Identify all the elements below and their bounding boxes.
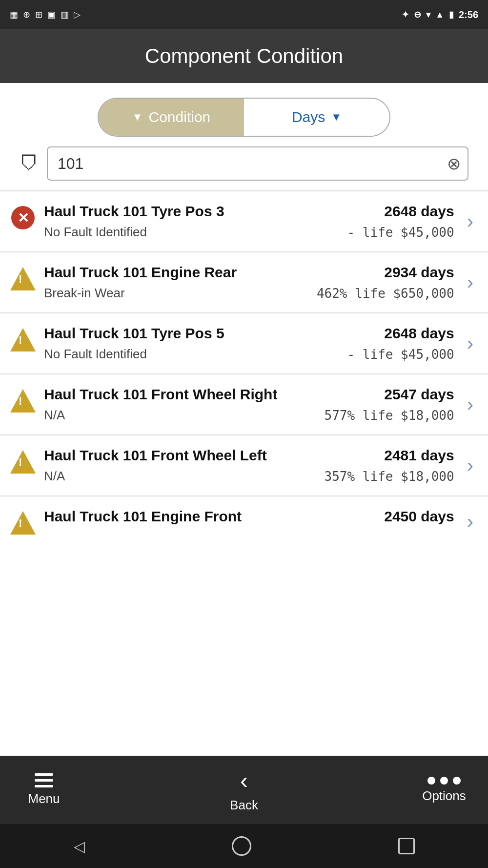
filter-row: ⛉ ⊗ <box>20 146 468 181</box>
item-icon-col <box>10 508 36 535</box>
bottom-nav: Menu ‹ Back Options <box>0 756 488 824</box>
item-sub-row: N/A 577% life $18,000 <box>44 408 454 423</box>
options-button[interactable]: Options <box>420 777 468 804</box>
options-icon <box>427 777 461 785</box>
item-main-row: Haul Truck 101 Tyre Pos 3 2648 days <box>44 203 454 220</box>
bluetooth-icon: ✦ <box>402 9 409 20</box>
item-icon-col <box>10 386 36 423</box>
back-button[interactable]: ‹ Back <box>220 767 268 813</box>
item-fault: N/A <box>44 408 65 423</box>
item-fault: N/A <box>44 469 65 484</box>
item-sub-row: N/A 357% life $18,000 <box>44 469 454 484</box>
page-title: Component Condition <box>145 44 343 68</box>
controls-area: ▼ Condition Days ▼ ⛉ ⊗ <box>0 83 488 190</box>
item-fault: No Fault Identified <box>44 225 147 240</box>
signal-icon: ⊖ <box>414 9 421 20</box>
item-sub-row: Break-in Wear 462% life $650,000 <box>44 286 454 301</box>
days-toggle-btn[interactable]: Days ▼ <box>244 99 389 136</box>
search-input[interactable] <box>47 146 468 181</box>
item-main-row: Haul Truck 101 Tyre Pos 5 2648 days <box>44 325 454 342</box>
list-item[interactable]: ✕ Haul Truck 101 Tyre Pos 3 2648 days No… <box>0 191 488 252</box>
item-title: Haul Truck 101 Tyre Pos 5 <box>44 325 224 342</box>
system-recents-button[interactable] <box>398 838 415 854</box>
days-toggle-label: Days <box>292 109 325 125</box>
filter-icon: ⛉ <box>20 153 39 175</box>
item-days: 2547 days <box>384 386 454 403</box>
condition-toggle-btn[interactable]: ▼ Condition <box>99 99 244 136</box>
menu-icon <box>35 773 53 787</box>
toggle-row: ▼ Condition Days ▼ <box>20 98 468 137</box>
item-icon-col <box>10 264 36 301</box>
main-content: ▼ Condition Days ▼ ⛉ ⊗ ✕ <box>0 83 488 756</box>
item-icon-col: ✕ <box>10 203 36 240</box>
warning-icon <box>10 389 36 413</box>
status-icon-3: ⊞ <box>35 9 42 20</box>
list-item[interactable]: Haul Truck 101 Engine Front 2450 days › <box>0 496 488 546</box>
item-icon-col <box>10 325 36 362</box>
status-icons-left: ▦ ⊕ ⊞ ▣ ▥ ▷ <box>10 9 81 20</box>
item-content: Haul Truck 101 Tyre Pos 3 2648 days No F… <box>44 203 454 240</box>
status-icon-4: ▣ <box>47 9 56 20</box>
filter-input-container: ⊗ <box>47 146 468 181</box>
status-icon-1: ▦ <box>10 9 18 20</box>
item-icon-col <box>10 447 36 484</box>
item-days: 2934 days <box>384 264 454 281</box>
network-icon: ▲ <box>435 10 444 20</box>
status-right: ✦ ⊖ ▾ ▲ ▮ 2:56 <box>402 9 478 21</box>
menu-button[interactable]: Menu <box>20 773 68 806</box>
error-icon: ✕ <box>11 206 35 229</box>
item-chevron-icon: › <box>462 386 473 423</box>
item-title: Haul Truck 101 Engine Front <box>44 508 242 525</box>
item-title: Haul Truck 101 Front Wheel Left <box>44 447 267 464</box>
item-days: 2450 days <box>384 508 454 525</box>
item-chevron-icon: › <box>462 325 473 362</box>
item-sub-row: No Fault Identified - life $45,000 <box>44 225 454 240</box>
item-chevron-icon: › <box>462 203 473 240</box>
item-life: - life $45,000 <box>347 347 454 362</box>
item-fault: Break-in Wear <box>44 286 125 301</box>
item-content: Haul Truck 101 Front Wheel Right 2547 da… <box>44 386 454 423</box>
item-content: Haul Truck 101 Engine Front 2450 days <box>44 508 454 535</box>
clear-search-button[interactable]: ⊗ <box>447 155 461 172</box>
status-icon-2: ⊕ <box>23 9 30 20</box>
recents-square-icon <box>398 838 415 854</box>
system-nav: ◁ <box>0 824 488 868</box>
item-content: Haul Truck 101 Tyre Pos 5 2648 days No F… <box>44 325 454 362</box>
list-item[interactable]: Haul Truck 101 Front Wheel Right 2547 da… <box>0 374 488 435</box>
back-label: Back <box>230 798 258 813</box>
item-life: 462% life $650,000 <box>317 286 454 301</box>
item-main-row: Haul Truck 101 Front Wheel Left 2481 day… <box>44 447 454 464</box>
item-fault: No Fault Identified <box>44 347 147 362</box>
system-back-button[interactable]: ◁ <box>74 838 85 855</box>
system-home-button[interactable] <box>232 836 251 856</box>
item-content: Haul Truck 101 Engine Rear 2934 days Bre… <box>44 264 454 301</box>
item-main-row: Haul Truck 101 Engine Front 2450 days <box>44 508 454 525</box>
wifi-icon: ▾ <box>426 9 430 20</box>
status-icon-6: ▷ <box>74 9 81 20</box>
days-arrow-icon: ▼ <box>331 111 342 124</box>
condition-toggle-label: Condition <box>149 109 211 125</box>
item-days: 2648 days <box>384 325 454 342</box>
item-chevron-icon: › <box>462 447 473 484</box>
back-icon: ‹ <box>240 767 248 794</box>
item-title: Haul Truck 101 Front Wheel Right <box>44 386 277 403</box>
item-sub-row: No Fault Identified - life $45,000 <box>44 347 454 362</box>
item-life: 357% life $18,000 <box>325 469 454 484</box>
items-list: ✕ Haul Truck 101 Tyre Pos 3 2648 days No… <box>0 191 488 756</box>
item-days: 2648 days <box>384 203 454 220</box>
warning-icon <box>10 511 36 535</box>
item-chevron-icon: › <box>462 264 473 301</box>
item-main-row: Haul Truck 101 Front Wheel Right 2547 da… <box>44 386 454 403</box>
home-circle-icon <box>232 836 251 856</box>
item-title: Haul Truck 101 Tyre Pos 3 <box>44 203 224 220</box>
list-item[interactable]: Haul Truck 101 Engine Rear 2934 days Bre… <box>0 252 488 313</box>
status-bar: ▦ ⊕ ⊞ ▣ ▥ ▷ ✦ ⊖ ▾ ▲ ▮ 2:56 <box>0 0 488 29</box>
list-item[interactable]: Haul Truck 101 Front Wheel Left 2481 day… <box>0 435 488 496</box>
battery-icon: ▮ <box>449 9 454 20</box>
warning-icon <box>10 267 36 290</box>
item-main-row: Haul Truck 101 Engine Rear 2934 days <box>44 264 454 281</box>
item-chevron-icon: › <box>462 508 473 535</box>
time-display: 2:56 <box>459 9 478 21</box>
list-item[interactable]: Haul Truck 101 Tyre Pos 5 2648 days No F… <box>0 313 488 374</box>
options-label: Options <box>422 788 466 804</box>
